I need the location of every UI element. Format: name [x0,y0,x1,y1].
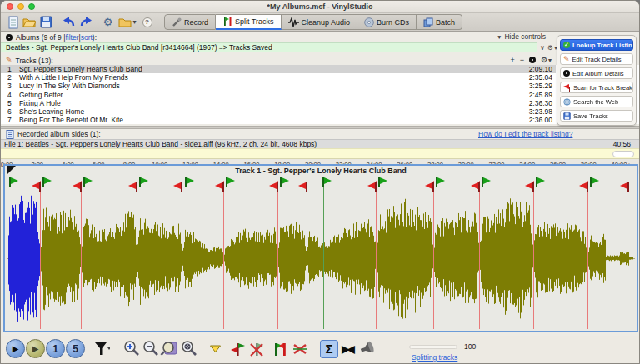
trackbreak-line[interactable] [307,181,308,329]
cursor-start-flag[interactable] [322,177,324,187]
zoom-selection-button[interactable] [160,340,178,358]
trackbreak-start-flag[interactable] [185,177,187,187]
remove-track-button[interactable]: − [520,56,524,64]
selected-album[interactable]: Beatles - Sgt. Pepper's Lonely Hearts Cl… [1,42,537,52]
trackbreak-end-flag[interactable] [306,182,308,192]
play-5-seconds-button[interactable]: 5 [66,339,85,358]
add-track-button[interactable]: + [510,56,514,64]
undo-button[interactable] [61,15,77,30]
trackbreak-end-flag[interactable] [80,182,82,192]
volume-slider[interactable] [409,345,458,349]
tab-burn-cds[interactable]: Burn CDs [358,14,417,30]
trackbreak-line[interactable] [433,181,434,329]
tab-batch[interactable]: Batch [417,14,462,30]
filter-link[interactable]: filter [65,33,78,42]
track-row[interactable]: 4Getting Better2:45.89 [1,91,556,99]
trackbreak-start-flag[interactable] [536,177,538,187]
save-collection-button[interactable] [38,15,54,30]
renumber-trackbreak-button[interactable] [272,340,290,358]
hide-controls-toggle[interactable]: ▼ Hide controls [497,32,546,41]
trackbreak-start-flag[interactable] [280,177,282,187]
trackbreak-end-flag[interactable] [532,182,534,192]
trackbreak-line[interactable] [182,181,182,329]
lookup-track-listing-button[interactable]: ✓Lookup Track Listing [560,39,633,51]
trackbreak-start-flag[interactable] [42,177,44,187]
tab-split-tracks[interactable]: Split Tracks [216,14,282,30]
snap-to-break-button[interactable]: ▶◀ [339,340,358,358]
trackbreak-line[interactable] [588,181,588,329]
waveform-area[interactable] [7,177,635,329]
trackbreak-end-flag[interactable] [277,182,278,192]
edit-album-details-button[interactable]: Edit Album Details [560,67,633,79]
speaker-button[interactable] [358,340,377,358]
overview-scroll-handle[interactable] [612,151,634,157]
recordings-folder-button[interactable]: ▾ [117,15,138,30]
trackbreak-end-flag[interactable] [39,182,41,192]
trackbreak-end-flag[interactable] [432,182,434,192]
track-row[interactable]: 7Being For The Benefit Of Mr. Kite2:36.0… [1,116,556,124]
open-collection-button[interactable] [22,15,38,30]
trackbreak-line[interactable] [479,181,480,329]
play-button[interactable]: ▶ [6,339,25,358]
settings-button[interactable]: ⚙ [100,15,116,30]
trackbreak-end-flag[interactable] [478,182,480,192]
needle-drop-dropdown[interactable] [208,340,222,358]
track-row[interactable]: 3Lucy In The Sky With Diamonds3:25.29 [1,82,556,90]
trackbreak-line[interactable] [533,181,534,329]
trackbreak-start-flag[interactable] [226,177,228,187]
trackbreak-start-flag[interactable] [482,177,483,187]
sort-link[interactable]: sort [81,33,92,42]
trackbreak-end-flag[interactable] [587,182,588,192]
clear-trackbreaks-button[interactable] [291,340,309,358]
redo-button[interactable] [78,15,93,30]
trackbreak-line[interactable] [376,181,377,329]
trackbreak-end-flag[interactable] [222,182,224,192]
trackbreak-end-flag[interactable] [181,182,182,192]
recorded-file-row[interactable]: File 1: Beatles - Sgt. Pepper's Lonely H… [1,139,639,148]
tab-record[interactable]: Record [164,14,216,30]
play-track-button[interactable]: ▶ [26,339,45,358]
trackbreak-end-flag[interactable] [136,182,138,192]
search-the-web-button[interactable]: Search the Web [560,96,633,107]
edit-track-listing-help-link[interactable]: How do I edit the track listing? [478,130,572,138]
waveform-panel[interactable]: Track 1 - Sgt. Pepper's Lonely Hearts Cl… [3,164,638,332]
trackbreak-line[interactable] [81,181,82,329]
play-1-second-button[interactable]: 1 [46,339,65,358]
album-dropdown-button[interactable]: ∨ [540,44,545,52]
trackbreak-start-flag[interactable] [590,177,592,187]
tracks-gear-button[interactable]: ⚙▾ [541,56,552,64]
zoom-in-button[interactable] [122,340,140,358]
zoom-reset-button[interactable] [179,340,198,358]
position-cursor[interactable] [322,181,322,329]
trackbreak-start-flag[interactable] [139,177,141,187]
scan-for-track-breaks-button[interactable]: Scan for Track Breaks [560,82,633,93]
show-whole-side-button[interactable]: Σ [320,340,338,358]
play-position-marker[interactable] [7,166,16,175]
splitting-tracks-link[interactable]: Splitting tracks [412,353,458,362]
new-collection-button[interactable] [5,15,21,30]
track-row[interactable]: 2With A Little Help From My Friends2:35.… [1,73,556,82]
trackbreak-line[interactable] [278,181,278,329]
help-button[interactable]: ? [139,15,155,30]
overview-strip[interactable] [1,148,639,159]
track-row[interactable]: 6She's Leaving Home3:23.98 [1,107,556,116]
zoom-out-button[interactable] [141,340,159,358]
delete-trackbreak-button[interactable] [248,340,266,358]
track-row[interactable]: 5Fixing A Hole2:36.30 [1,99,556,107]
tab-cleanup-audio[interactable]: Cleanup Audio [282,14,358,30]
edit-track-details-button[interactable]: ✎Edit Track Details [560,53,633,65]
track-end-flag[interactable] [628,182,629,192]
trackbreak-start-flag[interactable] [436,177,438,187]
trackbreak-start-flag[interactable] [83,177,85,187]
trackbreak-start-flag[interactable] [378,177,380,187]
trackbreak-line[interactable] [40,181,41,329]
insert-trackbreak-button[interactable] [228,340,247,358]
trackbreak-line[interactable] [137,181,138,329]
trackbreak-end-flag[interactable] [375,182,377,192]
filter-button[interactable] [92,340,111,358]
track-start-flag[interactable] [9,177,11,187]
track-row[interactable]: 1Sgt. Pepper's Lonely Hearts Club Band2:… [1,65,556,73]
save-tracks-button[interactable]: Save Tracks [560,110,633,122]
trackbreak-line[interactable] [223,181,224,329]
record-icon-button[interactable] [529,57,536,63]
